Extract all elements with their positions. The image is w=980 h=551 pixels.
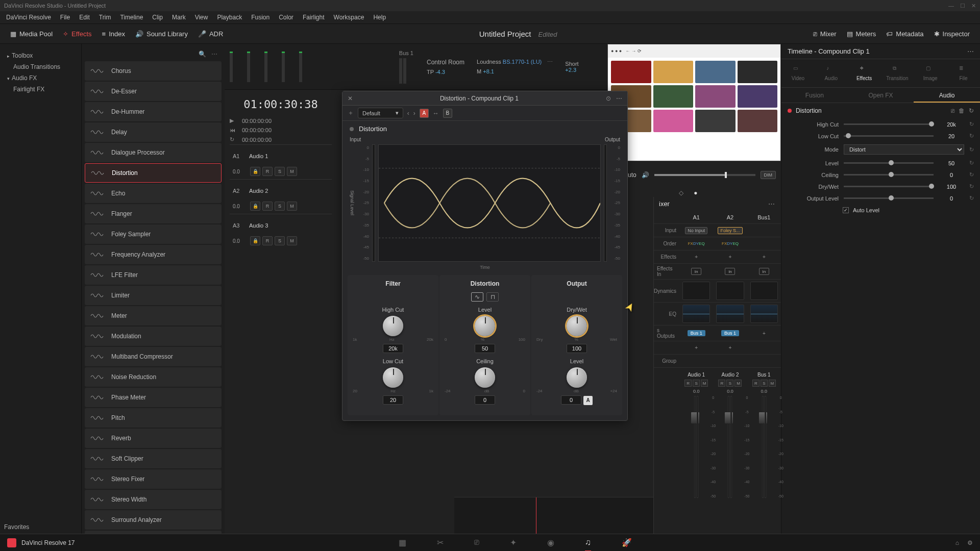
param-slider[interactable] xyxy=(844,162,934,164)
add-effect-button[interactable]: + xyxy=(679,251,713,264)
preset-next-button[interactable]: › xyxy=(413,110,415,117)
meters-button[interactable]: ▤ Meters xyxy=(842,28,881,40)
fx-search[interactable]: 🔍 ⋯ xyxy=(85,47,222,61)
inspector-tab-file[interactable]: ≣File xyxy=(947,59,980,87)
fx-item-distortion[interactable]: Distortion xyxy=(85,163,222,183)
mute-button[interactable]: M xyxy=(287,167,297,176)
fx-item-pitch[interactable]: Pitch xyxy=(85,408,222,428)
param-value[interactable]: 50 xyxy=(939,160,964,166)
compare-b-button[interactable]: B xyxy=(443,109,452,118)
cut-page-icon[interactable]: ✂ xyxy=(437,538,444,547)
input-select[interactable]: Foley S... xyxy=(718,227,742,234)
arm-button[interactable]: R xyxy=(262,236,273,245)
media-pool-button[interactable]: ▦ Media Pool xyxy=(5,28,58,40)
param-slider[interactable] xyxy=(844,197,934,199)
plugin-enable-toggle[interactable] xyxy=(350,127,354,131)
fx-controls-icon[interactable]: ⎚ xyxy=(951,107,954,114)
inspector-subtab-openfx[interactable]: Open FX xyxy=(848,88,914,103)
solo-button[interactable]: S xyxy=(275,167,285,176)
lock-button[interactable]: 🔒 xyxy=(250,202,260,211)
param-value[interactable]: 0 xyxy=(939,172,964,178)
mixer-button[interactable]: ⎚ Mixer xyxy=(808,28,842,40)
mute-button[interactable]: M xyxy=(769,380,776,387)
fx-item-frequency-analyzer[interactable]: Frequency Analyzer xyxy=(85,245,222,264)
mute-button[interactable]: M xyxy=(287,236,297,245)
fx-item-stereo-width[interactable]: Stereo Width xyxy=(85,490,222,509)
preset-prev-button[interactable]: ‹ xyxy=(407,110,409,117)
arm-button[interactable]: R xyxy=(684,380,692,387)
ceiling-knob[interactable] xyxy=(475,367,495,388)
tree-toolbox[interactable]: Toolbox xyxy=(4,50,77,61)
inspector-tab-transition[interactable]: ⧉Transition xyxy=(880,59,914,87)
tree-audio-transitions[interactable]: Audio Transitions xyxy=(4,61,77,72)
media-page-icon[interactable]: ▦ xyxy=(399,538,406,547)
drywet-value[interactable]: 100 xyxy=(567,344,587,353)
fx-item-meter[interactable]: Meter xyxy=(85,306,222,325)
mixer-menu-button[interactable]: ⋯ xyxy=(768,200,776,208)
bus-output-badge[interactable]: Bus 1 xyxy=(721,330,739,336)
mute-button[interactable]: M xyxy=(701,380,708,387)
fx-item-surround-analyzer[interactable]: Surround Analyzer xyxy=(85,510,222,530)
param-value[interactable]: 20 xyxy=(939,133,964,139)
fx-item-modulation[interactable]: Modulation xyxy=(85,327,222,346)
menu-item[interactable]: Mark xyxy=(172,14,186,21)
project-manager-icon[interactable]: ⌂ xyxy=(955,539,959,546)
menu-item[interactable]: Clip xyxy=(152,14,163,21)
fx-item-flanger[interactable]: Flanger xyxy=(85,204,222,223)
edit-page-icon[interactable]: ⎚ xyxy=(474,538,479,547)
output-level-knob[interactable] xyxy=(567,367,587,388)
param-reset-button[interactable]: ↻ xyxy=(969,160,974,166)
eq-graph[interactable] xyxy=(682,305,710,323)
menu-item[interactable]: Edit xyxy=(79,14,90,21)
inspector-subtab-audio[interactable]: Audio xyxy=(914,88,980,103)
clip-mode-icon[interactable]: ⊓ xyxy=(486,292,499,302)
fx-item-stereo-fixer[interactable]: Stereo Fixer xyxy=(85,469,222,489)
effects-in-button[interactable]: In xyxy=(725,268,735,275)
fx-item-echo[interactable]: Echo xyxy=(85,184,222,203)
arm-button[interactable]: R xyxy=(262,167,273,176)
param-slider[interactable] xyxy=(844,174,934,176)
fairlight-page-icon[interactable]: ♫ xyxy=(585,538,591,547)
inspector-tab-effects[interactable]: ✧Effects xyxy=(848,59,881,87)
output-level-value[interactable]: 0 xyxy=(561,395,581,405)
solo-button[interactable]: S xyxy=(275,202,285,211)
home-button[interactable] xyxy=(7,538,16,547)
dynamics-graph[interactable] xyxy=(682,282,710,300)
fx-item-dialogue-processor[interactable]: Dialogue Processor xyxy=(85,143,222,162)
solo-button[interactable]: S xyxy=(726,380,733,387)
fx-item-de-hummer[interactable]: De-Hummer xyxy=(85,102,222,121)
low-cut-value[interactable]: 20 xyxy=(383,395,403,405)
bus-output-badge[interactable]: Bus 1 xyxy=(688,330,705,336)
add-effect-button[interactable]: + xyxy=(747,251,781,264)
mute-button[interactable]: M xyxy=(734,380,742,387)
inspector-tab-audio[interactable]: ♪Audio xyxy=(815,59,848,87)
fx-enable-dot[interactable] xyxy=(788,109,792,113)
fx-item-chorus[interactable]: Chorus xyxy=(85,61,222,81)
window-controls[interactable]: —☐✕ xyxy=(942,3,976,9)
input-select[interactable]: No Input xyxy=(685,227,707,234)
param-reset-button[interactable]: ↻ xyxy=(969,183,974,190)
adr-button[interactable]: 🎤 ADR xyxy=(193,28,228,40)
menu-item[interactable]: DaVinci Resolve xyxy=(6,14,51,21)
track-header[interactable]: A1Audio 1 xyxy=(230,144,332,167)
track-header[interactable]: A2Audio 2 xyxy=(230,179,332,202)
distortion-level-knob[interactable] xyxy=(475,316,495,336)
inspector-button[interactable]: ✱ Inspector xyxy=(929,28,975,40)
fx-item-de-esser[interactable]: De-Esser xyxy=(85,82,222,101)
param-reset-button[interactable]: ↻ xyxy=(969,133,974,139)
ceiling-value[interactable]: 0 xyxy=(475,395,495,405)
solo-button[interactable]: S xyxy=(693,380,700,387)
plugin-pin-icon[interactable]: ⊙ ⋯ xyxy=(606,95,622,102)
menu-item[interactable]: Fairlight xyxy=(303,14,325,21)
inspector-menu-button[interactable]: ⋯ xyxy=(967,47,974,55)
auto-gain-button[interactable]: A xyxy=(583,396,593,405)
eq-graph[interactable] xyxy=(750,305,778,323)
param-slider[interactable] xyxy=(844,135,934,137)
preset-dropdown[interactable]: Default▾ xyxy=(358,108,403,118)
tree-audio-fx[interactable]: Audio FX xyxy=(4,72,77,84)
fader-slider[interactable] xyxy=(694,396,696,498)
param-reset-button[interactable]: ↻ xyxy=(969,195,974,202)
menu-item[interactable]: Color xyxy=(279,14,293,21)
dim-button[interactable]: DIM xyxy=(761,171,776,179)
menu-item[interactable]: Playback xyxy=(217,14,242,21)
